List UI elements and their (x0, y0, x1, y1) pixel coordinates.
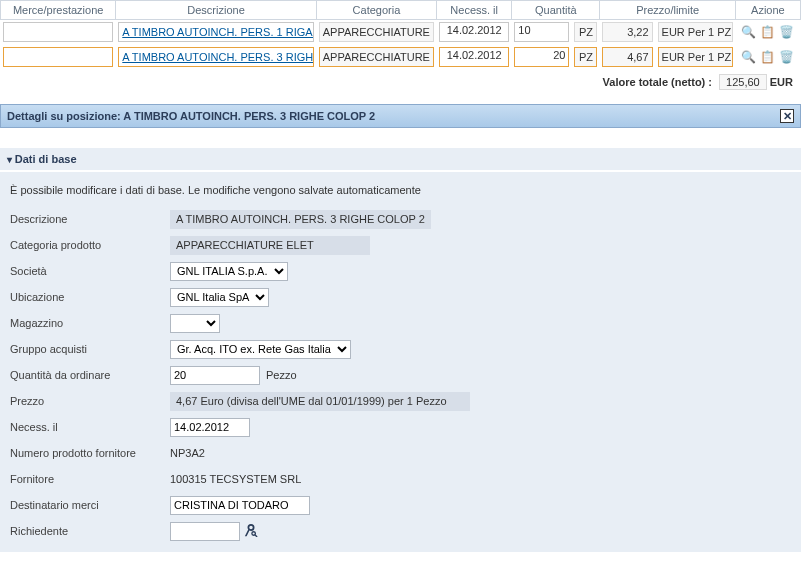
label-dest: Destinatario merci (10, 499, 170, 511)
select-societa[interactable]: GNL ITALIA S.p.A. (170, 262, 288, 281)
col-price: Prezzo/limite (600, 1, 735, 20)
label-desc: Descrizione (10, 213, 170, 225)
label-grp: Gruppo acquisti (10, 343, 170, 355)
label-soc: Società (10, 265, 170, 277)
col-desc: Descrizione (116, 1, 317, 20)
table-row: A TIMBRO AUTOINCH. PERS. 1 RIGA COLOP 20… (1, 20, 801, 45)
merce-input[interactable] (3, 22, 113, 42)
detail-form: È possibile modificare i dati di base. L… (0, 172, 801, 552)
price-cell: 3,22 (602, 22, 652, 42)
svg-line-1 (255, 535, 257, 537)
select-gruppo[interactable]: Gr. Acq. ITO ex. Rete Gas Italia (170, 340, 351, 359)
detail-title-prefix: Dettagli su posizione: (7, 110, 123, 122)
search-icon[interactable] (244, 523, 258, 539)
date-input[interactable]: 14.02.2012 (439, 22, 509, 42)
total-currency: EUR (770, 76, 793, 88)
qty-unit: Pezzo (266, 369, 297, 381)
input-rich[interactable] (170, 522, 240, 541)
col-cat: Categoria (316, 1, 436, 20)
table-row: A TIMBRO AUTOINCH. PERS. 3 RIGHE COLOP 2… (1, 45, 801, 70)
copy-icon[interactable]: 📋 (760, 49, 776, 65)
input-necess[interactable] (170, 418, 250, 437)
label-ubi: Ubicazione (10, 291, 170, 303)
price-cell: 4,67 (602, 47, 652, 67)
qty-input[interactable]: 20 (514, 47, 569, 67)
select-ubicazione[interactable]: GNL Italia SpA (170, 288, 269, 307)
close-icon[interactable]: ✕ (780, 109, 794, 123)
label-qty: Quantità da ordinare (10, 369, 170, 381)
input-dest[interactable] (170, 496, 310, 515)
label-mag: Magazzino (10, 317, 170, 329)
field-cat: APPARECCHIATURE ELET (170, 236, 370, 255)
uom-cell: PZ (574, 47, 597, 67)
label-cat: Categoria prodotto (10, 239, 170, 251)
label-rich: Richiedente (10, 525, 170, 537)
details-icon[interactable]: 🔍 (741, 24, 757, 40)
group-header-base[interactable]: Dati di base (0, 148, 801, 170)
label-pn: Numero prodotto fornitore (10, 447, 170, 459)
field-price: 4,67 Euro (divisa dell'UME dal 01/01/199… (170, 392, 470, 411)
svg-point-0 (252, 532, 256, 536)
items-table: Merce/prestazione Descrizione Categoria … (0, 0, 801, 70)
date-input[interactable]: 14.02.2012 (439, 47, 509, 67)
col-azione: Azione (735, 1, 800, 20)
desc-link[interactable]: A TIMBRO AUTOINCH. PERS. 1 RIGA COLOP 20 (118, 22, 314, 42)
field-forn: 100315 TECSYSTEM SRL (170, 473, 301, 485)
detail-panel-header: Dettagli su posizione: A TIMBRO AUTOINCH… (0, 104, 801, 128)
field-pn: NP3A2 (170, 447, 205, 459)
uom-cell: PZ (574, 22, 597, 42)
copy-icon[interactable]: 📋 (760, 24, 776, 40)
field-desc: A TIMBRO AUTOINCH. PERS. 3 RIGHE COLOP 2 (170, 210, 431, 229)
desc-link[interactable]: A TIMBRO AUTOINCH. PERS. 3 RIGHE COLOP 2 (118, 47, 314, 67)
label-forn: Fornitore (10, 473, 170, 485)
merce-input[interactable] (3, 47, 113, 67)
delete-icon[interactable]: 🗑️ (779, 24, 795, 40)
label-necess: Necess. il (10, 421, 170, 433)
col-merce: Merce/prestazione (1, 1, 116, 20)
total-value: 125,60 (719, 74, 767, 90)
detail-title-item: A TIMBRO AUTOINCH. PERS. 3 RIGHE COLOP 2 (123, 110, 375, 122)
form-hint: È possibile modificare i dati di base. L… (10, 184, 791, 196)
select-magazzino[interactable] (170, 314, 220, 333)
qty-input[interactable]: 10 (514, 22, 569, 42)
cat-cell: APPARECCHIATURE ELET (319, 22, 434, 42)
per-cell: EUR Per 1 PZ (658, 22, 733, 42)
per-cell: EUR Per 1 PZ (658, 47, 733, 67)
delete-icon[interactable]: 🗑️ (779, 49, 795, 65)
label-price: Prezzo (10, 395, 170, 407)
col-necess: Necess. il (437, 1, 512, 20)
total-label: Valore totale (netto) : (603, 76, 712, 88)
cat-cell: APPARECCHIATURE ELET (319, 47, 434, 67)
input-qty[interactable] (170, 366, 260, 385)
details-icon[interactable]: 🔍 (741, 49, 757, 65)
col-qty: Quantità (512, 1, 600, 20)
totals-row: Valore totale (netto) : 125,60 EUR (0, 70, 801, 94)
